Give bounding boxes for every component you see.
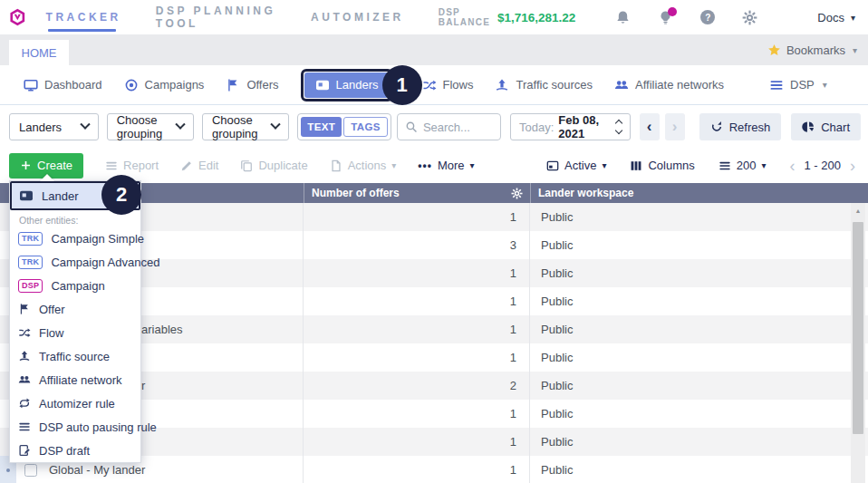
table-scrollbar[interactable]: ▲	[851, 203, 865, 483]
create-menu-items: TRKCampaign SimpleTRKCampaign AdvancedDS…	[10, 227, 140, 462]
traffic-icon	[18, 350, 31, 362]
create-menu-item-campaign-advanced[interactable]: TRKCampaign Advanced	[10, 250, 140, 274]
row-workspace: Public	[530, 372, 868, 400]
create-menu-item-flow[interactable]: Flow	[10, 321, 140, 344]
row-workspace: Public	[530, 400, 868, 428]
row-offers: 1	[304, 287, 530, 315]
docs-menu[interactable]: Docs ▾	[817, 11, 855, 24]
trk-badge: TRK	[18, 256, 43, 269]
create-menu-item-campaign[interactable]: DSPCampaign	[10, 274, 140, 297]
brand-tab-tracker[interactable]: TRACKER	[46, 1, 121, 34]
copy-icon	[240, 159, 253, 172]
more-button[interactable]: ••• More ▾	[418, 159, 474, 172]
dsp-balance-label: DSP BALANCE	[439, 7, 490, 27]
bell-icon[interactable]	[615, 10, 631, 25]
date-picker[interactable]: Today: Feb 08, 2021	[510, 113, 631, 140]
chevron-down-icon: ▾	[761, 160, 766, 170]
chevron-down-icon: ▾	[391, 160, 396, 170]
date-next-button[interactable]: ›	[665, 113, 685, 140]
bulb-icon[interactable]	[658, 10, 673, 25]
create-menu-item-traffic-source[interactable]: Traffic source	[10, 344, 140, 368]
row-workspace: Public	[530, 343, 868, 372]
brand-logo-icon	[9, 5, 26, 30]
nav-item-dashboard[interactable]: Dashboard	[24, 78, 102, 92]
date-stepper-icon[interactable]	[616, 121, 622, 133]
row-workspace: Public	[530, 203, 868, 231]
ellipsis-icon: •••	[418, 159, 432, 172]
search-mode-text[interactable]: TEXT	[301, 117, 342, 137]
scrollbar-up-icon[interactable]: ▲	[851, 203, 865, 217]
create-menu-item-dsp-auto-pausing-rule[interactable]: DSP auto pausing rule	[10, 415, 140, 439]
search-input[interactable]	[423, 121, 493, 134]
column-settings-gear-icon[interactable]	[511, 188, 523, 199]
row-offers: 1	[304, 456, 530, 483]
report-button[interactable]: Report	[105, 159, 159, 172]
chevron-down-icon: ▾	[823, 80, 827, 90]
refresh-button[interactable]: Refresh	[699, 113, 782, 140]
active-filter-button[interactable]: Active ▾	[546, 159, 606, 172]
duplicate-button[interactable]: Duplicate	[240, 159, 307, 172]
dsp-balance-value: $1,716,281.22	[497, 11, 575, 24]
nav-item-dsp[interactable]: DSP▾	[769, 78, 827, 92]
row-workspace: Public	[530, 315, 868, 343]
pie-chart-icon	[802, 121, 815, 133]
grouping-select-1[interactable]: Choose grouping	[107, 113, 194, 140]
grouping-select-2[interactable]: Choose grouping	[202, 113, 289, 140]
bookmarks-menu[interactable]: Bookmarks ▾	[767, 34, 857, 65]
list-icon	[18, 420, 31, 433]
nav-item-flows[interactable]: Flows	[422, 78, 474, 92]
row-dot-icon	[6, 469, 10, 472]
create-menu-item-automizer-rule[interactable]: Automizer rule	[10, 391, 140, 415]
page-prev-icon[interactable]: ‹	[790, 158, 796, 174]
entity-select[interactable]: Landers	[9, 113, 99, 140]
search-mode-tags[interactable]: TAGS	[343, 117, 388, 137]
flow-icon	[422, 78, 437, 92]
nav-item-campaigns[interactable]: Campaigns	[124, 78, 205, 92]
people-icon	[614, 78, 629, 92]
gear-icon[interactable]	[742, 10, 757, 25]
row-offers: 1	[304, 203, 530, 231]
nav-item-traffic-sources[interactable]: Traffic sources	[495, 78, 593, 92]
create-menu-item-offer[interactable]: Offer	[10, 297, 140, 321]
brand-tab-automizer[interactable]: AUTOMIZER	[311, 1, 404, 34]
nav-item-affiliate-networks[interactable]: Affiliate networks	[614, 78, 724, 92]
app-window: TRACKER DSP PLANNING TOOL AUTOMIZER DSP …	[0, 0, 868, 483]
column-header-workspace[interactable]: Lander workspace	[530, 183, 868, 203]
nav-item-landers[interactable]: Landers	[304, 72, 390, 98]
rows-icon	[719, 159, 731, 172]
actions-button[interactable]: Actions ▾	[330, 159, 397, 172]
flag-icon	[18, 303, 31, 315]
date-prev-button[interactable]: ‹	[640, 113, 660, 140]
create-menu-item-affiliate-network[interactable]: Affiliate network	[10, 368, 140, 391]
create-menu-item-dsp-draft[interactable]: DSP draft	[10, 439, 140, 462]
search-mode-toggle: TEXT TAGS	[297, 113, 391, 140]
chart-button[interactable]: Chart	[791, 113, 861, 140]
refresh-icon	[710, 121, 723, 133]
search-icon	[405, 121, 418, 133]
column-header-offers[interactable]: Number of offers	[304, 183, 530, 203]
scrollbar-thumb[interactable]	[853, 222, 863, 434]
monitor-icon	[24, 78, 38, 92]
chevron-down-icon	[175, 120, 185, 130]
row-workspace: Public	[530, 287, 868, 315]
help-icon[interactable]: ?	[700, 10, 715, 24]
columns-icon	[630, 159, 642, 172]
row-workspace: Public	[530, 231, 868, 259]
row-checkbox[interactable]	[24, 464, 37, 477]
tab-home[interactable]: HOME	[9, 40, 69, 65]
star-icon	[767, 43, 781, 57]
row-offers: 2	[304, 372, 530, 400]
columns-button[interactable]: Columns	[630, 159, 694, 172]
edit-button[interactable]: Edit	[180, 159, 218, 172]
plus-icon	[20, 159, 32, 171]
row-workspace: Public	[530, 456, 868, 483]
notification-dot	[668, 7, 677, 16]
create-menu-item-campaign-simple[interactable]: TRKCampaign Simple	[10, 227, 140, 250]
pagination: ‹ 1 - 200 ›	[790, 158, 855, 174]
report-icon	[105, 159, 118, 172]
row-offers: 1	[304, 428, 530, 456]
rows-per-page-select[interactable]: 200 ▾	[719, 159, 767, 172]
page-next-icon[interactable]: ›	[850, 158, 855, 174]
annotation-badge-step1: 1	[382, 65, 422, 105]
nav-item-offers[interactable]: Offers	[226, 78, 278, 92]
